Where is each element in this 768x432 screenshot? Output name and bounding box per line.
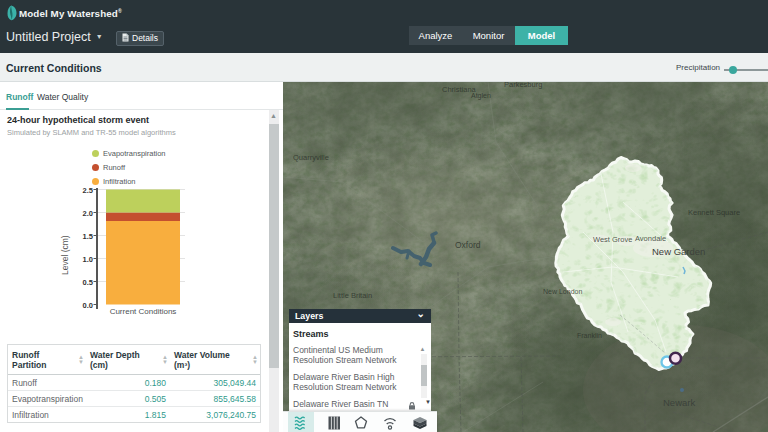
svg-text:Parkesburg: Parkesburg [504,82,542,89]
svg-text:2.0: 2.0 [83,209,93,218]
svg-text:0.0: 0.0 [83,301,93,310]
svg-text:New Garden: New Garden [652,246,705,257]
svg-text:2.5: 2.5 [83,186,93,195]
svg-text:1.0: 1.0 [83,255,93,264]
svg-text:Little Britain: Little Britain [333,291,372,300]
svg-text:Oxford: Oxford [455,240,481,250]
svg-text:0.5: 0.5 [83,278,93,287]
svg-text:Level (cm): Level (cm) [60,235,70,275]
svg-text:Avondale: Avondale [635,234,666,243]
svg-text:West Grove: West Grove [593,235,632,244]
svg-text:Quarryville: Quarryville [293,153,329,162]
svg-text:1.5: 1.5 [83,232,93,241]
svg-text:Current Conditions: Current Conditions [110,307,177,316]
svg-text:Atglen: Atglen [471,92,491,100]
svg-text:New London: New London [543,288,582,295]
svg-text:Franklin: Franklin [577,332,602,339]
svg-text:Kennett Square: Kennett Square [688,208,740,217]
svg-text:Newark: Newark [663,397,695,408]
